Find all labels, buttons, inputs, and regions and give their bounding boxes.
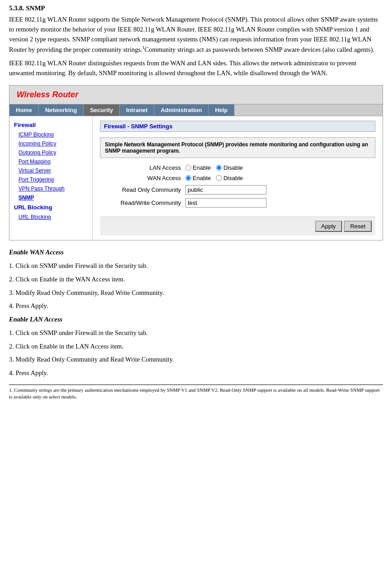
read-only-row: Read Only Community — [100, 185, 375, 195]
sidebar-item-port-triggering[interactable]: Port Triggering — [9, 175, 92, 184]
nav-intranet[interactable]: Intranet — [120, 104, 154, 116]
lan-enable-radio[interactable] — [185, 165, 191, 171]
nav-home[interactable]: Home — [9, 104, 39, 116]
nav-security[interactable]: Security — [84, 104, 120, 116]
paragraph-2: IEEE 802.11g WLAN Router distinguishes r… — [9, 59, 383, 78]
lan-disable-text: Disable — [223, 164, 243, 171]
lan-disable-label[interactable]: Disable — [216, 164, 243, 171]
enable-wan-step-4: 4. Press Apply. — [9, 301, 383, 311]
sidebar-firewall-label: Firewall — [9, 120, 92, 130]
enable-wan-step-1: 1. Click on SNMP under Firewall in the S… — [9, 261, 383, 271]
read-write-label: Read/Write Community — [100, 199, 185, 206]
wan-disable-label[interactable]: Disable — [216, 175, 243, 181]
wan-disable-radio[interactable] — [216, 175, 222, 181]
lan-enable-text: Enable — [193, 164, 211, 171]
read-write-input[interactable] — [185, 198, 266, 208]
read-only-label: Read Only Community — [100, 186, 185, 193]
sidebar-item-vpn-pass-through[interactable]: VPN Pass Through — [9, 184, 92, 193]
router-header: Wireless Router — [9, 86, 383, 104]
section-heading: 5.3.8. SNMP — [9, 5, 383, 12]
nav-networking[interactable]: Networking — [39, 104, 84, 116]
enable-wan-heading: Enable WAN Access — [9, 248, 383, 258]
main-content: Firewall - SNMP Settings Simple Network … — [93, 116, 383, 240]
read-only-control — [185, 185, 266, 195]
footnote-text: 1. Commnuity strings are the primary aut… — [9, 387, 383, 401]
wan-access-row: WAN Access Enable Disable — [100, 175, 375, 181]
apply-button[interactable]: Apply — [315, 221, 342, 232]
wan-enable-label[interactable]: Enable — [185, 175, 211, 181]
router-ui: Wireless Router Home Networking Security… — [9, 85, 383, 240]
sidebar-item-virtual-server[interactable]: Virtual Server — [9, 166, 92, 175]
paragraph-1: IEEE 802.11g WLAN Router supports the Si… — [9, 15, 383, 55]
read-write-row: Read/Write Community — [100, 198, 375, 208]
reset-button[interactable]: Reset — [344, 221, 372, 232]
read-only-input[interactable] — [185, 185, 266, 195]
description-box: Simple Network Management Protocol (SNMP… — [100, 137, 375, 158]
nav-help[interactable]: Help — [209, 104, 234, 116]
nav-administration[interactable]: Administration — [154, 104, 209, 116]
enable-lan-step-2: 2. Click on Enable in the LAN Access ite… — [9, 342, 383, 352]
enable-lan-step-1: 1. Click on SNMP under Firewall in the S… — [9, 328, 383, 338]
sidebar-item-incoming-policy[interactable]: Incoming Policy — [9, 139, 92, 148]
sidebar-item-outgoing-policy[interactable]: Outgoing Policy — [9, 148, 92, 157]
sidebar: Firewall ICMP Blocking Incoming Policy O… — [9, 116, 93, 240]
settings-table: LAN Access Enable Disable WAN — [100, 164, 375, 208]
enable-wan-step-3: 3. Modify Read Only Community, Read Writ… — [9, 288, 383, 298]
sidebar-item-icmp-blocking[interactable]: ICMP Blocking — [9, 130, 92, 139]
lan-enable-label[interactable]: Enable — [185, 164, 211, 171]
lan-access-label: LAN Access — [100, 164, 185, 171]
router-body: Firewall ICMP Blocking Incoming Policy O… — [9, 116, 383, 240]
lan-disable-radio[interactable] — [216, 165, 222, 171]
router-nav: Home Networking Security Intranet Admini… — [9, 104, 383, 116]
read-write-control — [185, 198, 266, 208]
wan-disable-text: Disable — [223, 175, 243, 181]
sidebar-url-blocking-label: URL Blocking — [9, 202, 92, 213]
lan-access-row: LAN Access Enable Disable — [100, 164, 375, 171]
router-title: Wireless Router — [17, 90, 78, 99]
enable-wan-step-2: 2. Click on Enable in the WAN Access ite… — [9, 275, 383, 285]
wan-enable-radio[interactable] — [185, 175, 191, 181]
sidebar-item-url-blocking[interactable]: URL Blocking — [9, 213, 92, 222]
enable-lan-heading: Enable LAN Access — [9, 315, 383, 325]
button-row: Apply Reset — [100, 217, 375, 235]
enable-lan-step-4: 4. Press Apply. — [9, 368, 383, 378]
footnote-divider: 1. Commnuity strings are the primary aut… — [9, 385, 383, 401]
wan-enable-text: Enable — [193, 175, 211, 181]
enable-lan-step-3: 3. Modify Read Only Community and Read W… — [9, 355, 383, 365]
sidebar-item-snmp[interactable]: SNMP — [9, 193, 92, 202]
main-title: Firewall - SNMP Settings — [100, 121, 375, 132]
sidebar-item-port-mapping[interactable]: Port Mapping — [9, 157, 92, 166]
wan-access-control: Enable Disable — [185, 175, 243, 181]
wan-access-label: WAN Access — [100, 175, 185, 181]
lan-access-control: Enable Disable — [185, 164, 243, 171]
